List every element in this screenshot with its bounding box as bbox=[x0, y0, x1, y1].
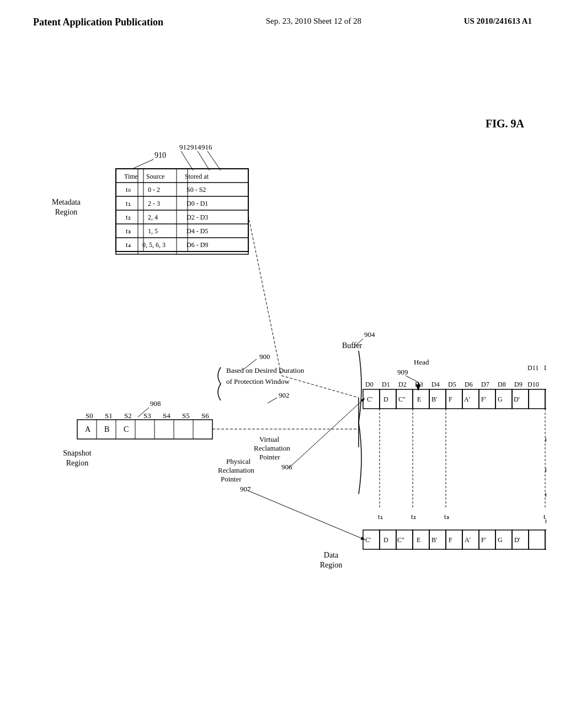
svg-line-30 bbox=[268, 398, 277, 403]
physical-reclamation-label: Physical bbox=[226, 457, 250, 465]
based-on-text: Based on Desired Duration bbox=[226, 366, 305, 374]
row4-time: t₃ bbox=[126, 227, 131, 235]
label-910: 910 bbox=[154, 151, 166, 159]
time-t2: t₂ bbox=[411, 512, 416, 521]
time-t3: t₃ bbox=[444, 512, 449, 521]
svg-line-64 bbox=[248, 216, 281, 376]
row3-time: t₂ bbox=[126, 213, 131, 221]
label-907: 907 bbox=[240, 485, 251, 493]
row4-source: 1, 5 bbox=[148, 227, 158, 235]
svg-line-63 bbox=[289, 399, 364, 468]
label-902: 902 bbox=[279, 391, 290, 399]
snapshot-region-label2: Region bbox=[66, 459, 88, 467]
cell-r1c6: F bbox=[449, 395, 452, 403]
svg-line-0 bbox=[132, 159, 153, 169]
row1-time: t₀ bbox=[126, 185, 131, 194]
svg-line-65 bbox=[281, 376, 359, 398]
col-d11: D11 bbox=[527, 364, 539, 372]
col-d0: D0 bbox=[365, 381, 374, 388]
cell-r2c8: F' bbox=[481, 536, 486, 544]
snap-s5-label: S5 bbox=[182, 411, 190, 420]
svg-line-2 bbox=[198, 151, 210, 170]
cell-r2c9: G bbox=[498, 536, 503, 544]
cell-r1c5: B' bbox=[431, 395, 437, 403]
snap-s6-label: S6 bbox=[201, 411, 209, 420]
cell-r1c1: C' bbox=[367, 395, 372, 403]
snap-s4-label: S4 bbox=[163, 411, 170, 420]
col-d7: D7 bbox=[481, 381, 489, 388]
label-914: 914 bbox=[190, 143, 201, 151]
svg-rect-55 bbox=[545, 530, 546, 549]
col-d4: D4 bbox=[431, 381, 440, 388]
cell-r2c4: E bbox=[417, 536, 420, 544]
metadata-region-label: Metadata bbox=[52, 198, 81, 206]
svg-rect-47 bbox=[413, 530, 429, 549]
patent-number: US 2010/241613 A1 bbox=[464, 17, 532, 26]
row2-source: 2 - 3 bbox=[148, 200, 160, 207]
col-time: Time bbox=[124, 173, 138, 180]
col-d6: D6 bbox=[465, 381, 473, 388]
label-904: 904 bbox=[364, 330, 375, 339]
virtual-reclamation-label: Reclamation bbox=[254, 444, 290, 452]
row3-source: 2, 4 bbox=[148, 213, 158, 221]
col-d2: D2 bbox=[398, 381, 407, 388]
svg-rect-13 bbox=[116, 169, 248, 254]
cell-r2c1: C' bbox=[365, 536, 371, 544]
label-909: 909 bbox=[397, 368, 408, 376]
col-d8: D8 bbox=[498, 381, 506, 388]
t2-right: t₂ bbox=[545, 490, 546, 499]
svg-line-62 bbox=[247, 490, 364, 539]
buffer-label: Buffer bbox=[342, 341, 363, 350]
col-d10: D10 bbox=[527, 381, 539, 388]
row1-source: 0 - 2 bbox=[148, 186, 160, 194]
svg-line-3 bbox=[207, 151, 221, 170]
snap-cell-b: B bbox=[104, 425, 109, 433]
row2-time: t₁ bbox=[126, 199, 131, 207]
snap-s1-label: S1 bbox=[105, 411, 113, 420]
row5-time: t₄ bbox=[126, 240, 131, 249]
row4-stored: D4 - D5 bbox=[186, 227, 208, 235]
row1-stored: S0 - S2 bbox=[186, 186, 206, 194]
row3-stored: D2 - D3 bbox=[186, 213, 208, 221]
pointer-label: Pointer bbox=[221, 475, 242, 483]
col-d5: D5 bbox=[448, 381, 456, 388]
snap-s2-label: S2 bbox=[124, 411, 132, 420]
svg-line-1 bbox=[181, 151, 193, 170]
cell-r2c5: B' bbox=[431, 536, 437, 544]
cell-r1c2: D bbox=[383, 395, 388, 403]
cell-r2c3: C" bbox=[397, 536, 404, 544]
snap-s3-label: S3 bbox=[143, 411, 151, 420]
reclamation-pointer-label: Reclamation bbox=[218, 466, 254, 474]
diagram-area: FIG. 9A 910 912 914 916 bbox=[0, 34, 565, 706]
col-d1: D1 bbox=[382, 381, 390, 388]
cell-r2c2: D bbox=[383, 536, 388, 544]
svg-rect-22 bbox=[77, 420, 212, 439]
cell-r1c10: D' bbox=[514, 395, 520, 403]
row5-source: 0, 5, 6, 3 bbox=[142, 241, 166, 249]
cell-r2c10: D' bbox=[514, 536, 520, 544]
head-label: Head bbox=[414, 358, 429, 366]
col-stored: Stored at bbox=[185, 173, 209, 180]
label-916: 916 bbox=[201, 143, 212, 151]
t4-right: t₄ bbox=[545, 435, 546, 443]
sheet-info: Sep. 23, 2010 Sheet 12 of 28 bbox=[266, 17, 361, 26]
svg-rect-54 bbox=[529, 530, 545, 549]
label-908: 908 bbox=[150, 399, 161, 408]
cell-r1c9: G bbox=[498, 395, 503, 403]
data-region-label2: Region bbox=[320, 561, 342, 569]
time-t1: t₁ bbox=[378, 512, 383, 521]
label-906: 906 bbox=[281, 463, 292, 471]
cell-r1c3: C" bbox=[398, 395, 406, 403]
col-d3: D3 bbox=[415, 381, 423, 388]
cell-r2c6: F bbox=[449, 536, 452, 544]
virtual-pointer-label: Pointer bbox=[259, 453, 280, 461]
virtual-label: Virtual bbox=[259, 435, 279, 443]
protection-window-text: of Protection Window bbox=[226, 377, 290, 386]
col-d9: D9 bbox=[514, 381, 523, 388]
t1-right: t₁ bbox=[545, 517, 546, 525]
row5-stored: D6 - D9 bbox=[186, 241, 208, 249]
col-source: Source bbox=[146, 173, 164, 180]
row2-stored: D0 - D1 bbox=[186, 200, 208, 207]
page-header: Patent Application Publication Sep. 23, … bbox=[0, 0, 565, 34]
svg-line-56 bbox=[406, 376, 418, 382]
